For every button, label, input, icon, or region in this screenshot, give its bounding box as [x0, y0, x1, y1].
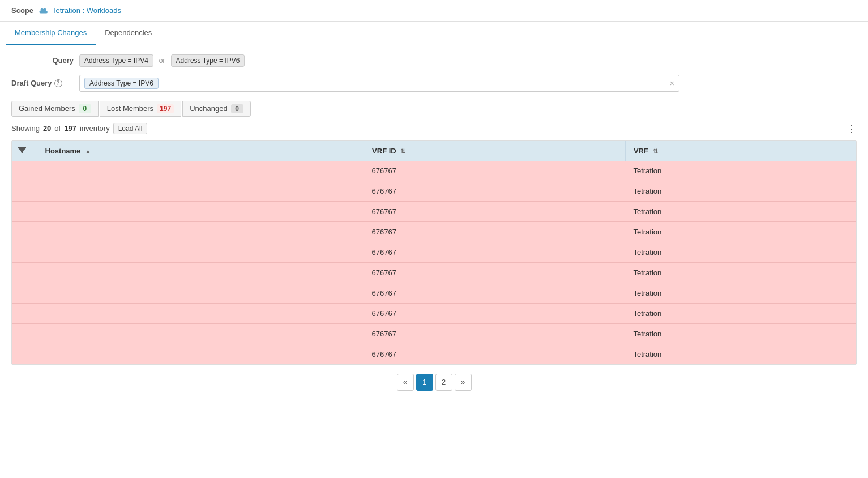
- row-vrf-cell: Tetration: [625, 161, 856, 181]
- row-status-cell: [12, 262, 37, 283]
- row-vrf-cell: Tetration: [625, 283, 856, 303]
- query-tag-ipv6: Address Type = IPV6: [171, 54, 245, 67]
- vrf-column-header[interactable]: VRF ⇅: [625, 141, 856, 161]
- table-row: 676767 Tetration: [12, 242, 856, 262]
- gained-members-label: Gained Members: [19, 104, 75, 113]
- draft-input-container[interactable]: Address Type = IPV6 ×: [79, 75, 679, 92]
- row-vrf-id-cell: 676767: [364, 181, 626, 201]
- table-row: 676767 Tetration: [12, 323, 856, 344]
- unchanged-label: Unchanged: [190, 104, 228, 113]
- row-hostname-cell: [37, 161, 364, 181]
- row-vrf-cell: Tetration: [625, 242, 856, 262]
- row-hostname-cell: [37, 201, 364, 221]
- draft-query-tag: Address Type = IPV6: [84, 78, 159, 89]
- row-vrf-id-cell: 676767: [364, 344, 626, 364]
- row-vrf-cell: Tetration: [625, 344, 856, 364]
- row-status-cell: [12, 201, 37, 221]
- row-status-cell: [12, 283, 37, 303]
- row-status-cell: [12, 242, 37, 262]
- page-1-button[interactable]: 1: [416, 374, 433, 391]
- query-tag-ipv4: Address Type = IPV4: [79, 54, 153, 67]
- showing-current: 20: [43, 124, 51, 133]
- row-vrf-id-cell: 676767: [364, 201, 626, 221]
- row-hostname-cell: [37, 262, 364, 283]
- row-status-cell: [12, 221, 37, 242]
- gained-members-count: 0: [79, 104, 91, 113]
- tabs-bar: Membership Changes Dependencies: [0, 22, 868, 45]
- cloud-icon: [39, 6, 49, 15]
- load-all-button[interactable]: Load All: [113, 123, 148, 134]
- table-row: 676767 Tetration: [12, 283, 856, 303]
- row-status-cell: [12, 323, 37, 344]
- table-row: 676767 Tetration: [12, 181, 856, 201]
- row-vrf-cell: Tetration: [625, 303, 856, 323]
- lost-members-button[interactable]: Lost Members 197: [100, 101, 181, 117]
- row-vrf-cell: Tetration: [625, 201, 856, 221]
- draft-query-row: Draft Query ? Address Type = IPV6 ×: [11, 75, 857, 92]
- members-bar: Gained Members 0 Lost Members 197 Unchan…: [11, 101, 857, 117]
- gained-members-button[interactable]: Gained Members 0: [11, 101, 99, 117]
- draft-clear-button[interactable]: ×: [670, 79, 674, 88]
- hostname-column-header[interactable]: Hostname ▲: [37, 141, 364, 161]
- row-hostname-cell: [37, 221, 364, 242]
- row-hostname-cell: [37, 283, 364, 303]
- table-header-row: Hostname ▲ VRF ID ⇅ VRF ⇅: [12, 141, 856, 161]
- row-vrf-id-cell: 676767: [364, 262, 626, 283]
- showing-prefix: Showing: [11, 124, 40, 133]
- table-row: 676767 Tetration: [12, 303, 856, 323]
- row-vrf-id-cell: 676767: [364, 283, 626, 303]
- row-vrf-id-cell: 676767: [364, 242, 626, 262]
- scope-bar: Scope Tetration : Workloads: [0, 0, 868, 22]
- vrf-sort-icon: ⇅: [653, 148, 658, 155]
- table-row: 676767 Tetration: [12, 344, 856, 364]
- lost-members-label: Lost Members: [107, 104, 153, 113]
- next-page-button[interactable]: »: [455, 374, 472, 391]
- draft-query-label: Draft Query ?: [11, 79, 74, 87]
- hostname-sort-icon: ▲: [85, 148, 91, 155]
- row-hostname-cell: [37, 344, 364, 364]
- row-status-cell: [12, 181, 37, 201]
- showing-bar: Showing 20 of 197 inventory Load All ⋮: [11, 122, 857, 135]
- row-vrf-cell: Tetration: [625, 323, 856, 344]
- unchanged-button[interactable]: Unchanged 0: [182, 101, 251, 117]
- row-status-cell: [12, 161, 37, 181]
- row-vrf-id-cell: 676767: [364, 221, 626, 242]
- row-hostname-cell: [37, 323, 364, 344]
- more-options-button[interactable]: ⋮: [846, 122, 857, 135]
- vrf-id-column-header[interactable]: VRF ID ⇅: [364, 141, 626, 161]
- showing-of: of: [54, 124, 61, 133]
- row-status-cell: [12, 303, 37, 323]
- main-content: Query Address Type = IPV4 or Address Typ…: [0, 45, 868, 409]
- table-row: 676767 Tetration: [12, 161, 856, 181]
- scope-text: Tetration : Workloads: [52, 6, 121, 15]
- table-row: 676767 Tetration: [12, 221, 856, 242]
- help-icon[interactable]: ?: [54, 79, 62, 87]
- pagination: « 1 2 »: [11, 365, 857, 400]
- vrf-id-sort-icon: ⇅: [400, 148, 405, 155]
- showing-total: 197: [64, 124, 76, 133]
- tab-membership-changes[interactable]: Membership Changes: [6, 22, 96, 45]
- query-operator: or: [159, 57, 165, 65]
- row-hostname-cell: [37, 181, 364, 201]
- row-vrf-cell: Tetration: [625, 221, 856, 242]
- prev-page-button[interactable]: «: [397, 374, 414, 391]
- table-row: 676767 Tetration: [12, 262, 856, 283]
- row-vrf-id-cell: 676767: [364, 303, 626, 323]
- row-vrf-id-cell: 676767: [364, 161, 626, 181]
- filter-header: [12, 141, 37, 161]
- tab-dependencies[interactable]: Dependencies: [96, 22, 161, 45]
- row-vrf-cell: Tetration: [625, 262, 856, 283]
- query-row: Query Address Type = IPV4 or Address Typ…: [11, 54, 857, 67]
- row-vrf-cell: Tetration: [625, 181, 856, 201]
- row-hostname-cell: [37, 242, 364, 262]
- table-row: 676767 Tetration: [12, 201, 856, 221]
- row-vrf-id-cell: 676767: [364, 323, 626, 344]
- filter-icon[interactable]: [18, 146, 27, 155]
- page-2-button[interactable]: 2: [435, 374, 452, 391]
- data-table: Hostname ▲ VRF ID ⇅ VRF ⇅ 676767 Tetr: [11, 140, 857, 365]
- showing-suffix: inventory: [80, 124, 110, 133]
- lost-members-count: 197: [157, 104, 174, 113]
- scope-value: Tetration : Workloads: [39, 6, 121, 15]
- row-status-cell: [12, 344, 37, 364]
- row-hostname-cell: [37, 303, 364, 323]
